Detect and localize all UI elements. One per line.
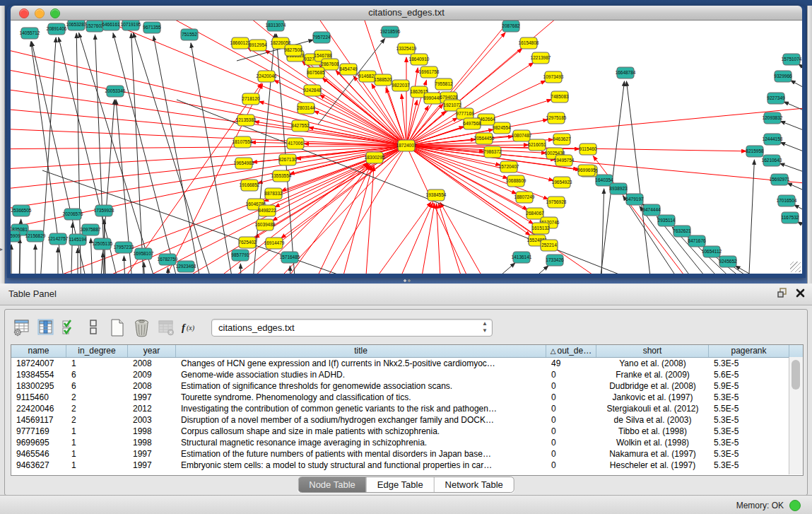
graph-edge[interactable] [626,81,654,274]
graph-node[interactable]: 8215958 [746,146,764,157]
graph-node[interactable]: 12135383 [236,115,257,126]
graph-edge[interactable] [11,86,406,146]
graph-node[interactable]: 8427552 [291,120,310,132]
graph-node[interactable]: 14136141 [512,252,532,263]
graph-node[interactable]: 1733426 [546,255,564,266]
graph-edge[interactable] [131,33,145,274]
select-columns-icon[interactable] [33,316,57,339]
graph-node[interactable]: 8498222 [258,205,276,216]
graph-node[interactable]: 8454749 [339,64,358,75]
graph-edge[interactable] [780,121,802,136]
graph-node[interactable]: 12975185 [546,112,567,124]
graph-edge[interactable] [364,166,374,274]
graph-node[interactable]: 12444158 [763,134,783,145]
graph-node[interactable]: 1167532 [782,212,799,223]
graph-node[interactable]: 6479197 [625,194,644,205]
graph-node[interactable]: 10719195 [121,21,141,30]
graph-node[interactable]: 15716485 [280,252,300,263]
graph-node[interactable]: 6497568 [463,118,481,129]
graph-node[interactable]: 10973493 [543,71,564,83]
graph-edge[interactable] [113,33,184,274]
tab-node-table[interactable]: Node Table [298,477,366,492]
column-header-out_de[interactable]: △out_de… [546,345,596,357]
graph-node[interactable]: 19654923 [552,177,572,188]
close-panel-icon[interactable] [796,288,805,298]
graph-node[interactable]: 18807249 [514,192,535,203]
table-vertical-scrollbar[interactable] [789,357,803,474]
graph-node[interactable]: 18660123 [230,37,251,49]
graph-edge[interactable] [440,202,498,274]
graph-edge[interactable] [780,142,802,158]
graph-node[interactable]: 12505135 [93,238,113,250]
graph-node[interactable]: 13553554 [271,170,292,182]
graph-node[interactable]: 8938923 [609,183,628,194]
graph-node[interactable]: 1615132 [531,223,550,234]
graph-edge[interactable] [417,204,435,274]
graph-node[interactable]: 18640910 [409,54,430,65]
graph-node[interactable]: 18107554 [233,136,253,148]
tab-edge-table[interactable]: Edge Table [366,477,434,492]
graph-node[interactable]: 10654112 [702,246,722,257]
graph-edge[interactable] [290,146,406,174]
graph-edge[interactable] [791,81,802,96]
graph-node[interactable]: 2087682 [502,21,520,32]
graph-node[interactable]: 17957233 [114,242,134,253]
graph-node[interactable]: 751552 [181,29,198,40]
delete-trash-icon[interactable] [129,316,153,339]
window-resize-grip[interactable] [790,262,801,272]
graph-node[interactable]: 8471676 [688,235,706,247]
graph-node[interactable]: 417006 [287,138,304,149]
graph-node[interactable]: 14055712 [20,28,40,39]
graph-node[interactable]: 2718120 [242,93,260,105]
graph-node[interactable]: 2803144 [297,103,315,114]
graph-edge[interactable] [311,146,406,274]
graph-node[interactable]: 12093832 [763,112,783,124]
graph-edge[interactable] [799,64,802,78]
graph-edge[interactable] [57,21,406,146]
graph-node[interactable]: 15751074 [782,54,802,65]
graph-edge[interactable] [319,95,406,146]
paired-squares-icon[interactable] [81,316,105,339]
graph-node[interactable]: 19654983 [234,158,254,169]
graph-edge[interactable] [406,146,530,235]
graph-node[interactable]: 7632621 [673,226,691,237]
column-header-in_degree[interactable]: in_degree [66,345,128,357]
graph-node[interactable]: 12142757 [48,233,69,245]
graph-edge[interactable] [11,43,406,146]
graph-edge[interactable] [11,64,406,146]
graph-node[interactable]: 1588520 [374,74,392,86]
column-header-title[interactable]: title [176,345,546,357]
graph-node[interactable]: 16039488 [255,219,276,230]
graph-edge[interactable] [11,146,406,149]
column-header-year[interactable]: year [128,345,176,357]
new-table-icon[interactable] [105,316,129,339]
graph-node[interactable]: 9857791 [231,250,249,261]
column-header-name[interactable]: name [11,345,66,357]
graph-node[interactable]: 9699695 [577,165,596,176]
graph-edge[interactable] [153,36,205,274]
graph-node[interactable]: 12156829 [25,230,46,242]
network-canvas[interactable]: 1405571220891406106532871527602646616110… [11,21,802,274]
graph-edge[interactable] [143,262,146,274]
table-row[interactable]: 1456911722003Disruption of a novel membe… [11,414,803,426]
graph-node[interactable]: 8878332 [264,188,283,199]
graph-edge[interactable] [314,111,406,146]
panel-splitter-handle[interactable] [403,279,411,283]
graph-node[interactable]: 9827508 [284,45,302,56]
graph-node[interactable]: 17359928 [94,205,114,216]
graph-node[interactable]: 252214 [541,240,558,251]
table-row[interactable]: 969969511998Structural magnetic resonanc… [11,437,803,448]
graph-node[interactable]: 8990448 [423,93,442,104]
graph-node[interactable]: 12923468 [176,261,196,272]
graph-node[interactable]: 2935114 [658,215,676,226]
graph-node[interactable]: 16210643 [762,155,782,166]
graph-node[interactable]: 10688609 [506,175,526,187]
network-window-titlebar[interactable]: citations_edges.txt [11,6,802,21]
graph-node[interactable]: 9463627 [553,134,571,145]
graph-node[interactable]: 7485083 [551,91,569,103]
graph-edge[interactable] [357,202,431,274]
graph-node[interactable]: 16648784 [616,67,636,78]
graph-node[interactable]: 20564456 [474,133,495,144]
graph-node[interactable]: 3315909 [11,230,20,242]
panel-collapse-arrow-icon[interactable]: ▸ [0,246,3,252]
